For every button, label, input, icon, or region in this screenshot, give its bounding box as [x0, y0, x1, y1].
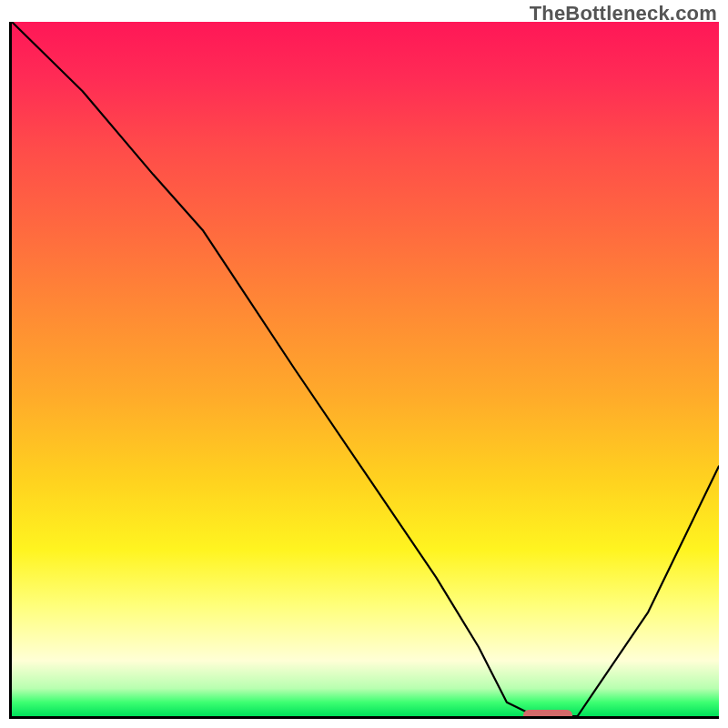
bottleneck-curve — [12, 22, 719, 716]
plot-area — [9, 22, 719, 719]
chart-container: TheBottleneck.com — [0, 0, 728, 728]
curve-path — [12, 22, 719, 716]
optimal-marker — [523, 710, 573, 719]
